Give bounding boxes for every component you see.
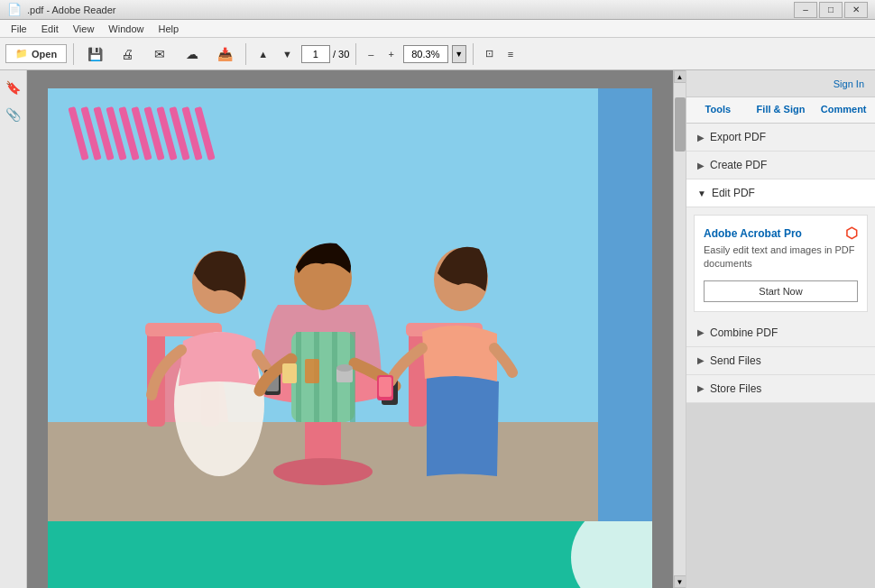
store-files-item[interactable]: ▶ Store Files <box>686 375 875 403</box>
expand-arrow-create: ▶ <box>697 161 705 170</box>
next-page-button[interactable]: ▼ <box>277 41 298 67</box>
upload-button[interactable]: ☁ <box>178 41 207 67</box>
svg-rect-25 <box>305 359 319 383</box>
fit-page-button[interactable]: ⊡ <box>480 41 499 67</box>
tab-tools[interactable]: Tools <box>686 97 750 123</box>
print-icon: 🖨 <box>118 45 136 63</box>
prev-icon: ▲ <box>258 49 268 60</box>
close-button[interactable]: ✕ <box>844 2 868 18</box>
edit-pdf-label: Edit PDF <box>712 187 755 199</box>
send-files-item[interactable]: ▶ Send Files <box>686 347 875 375</box>
export-pdf-item[interactable]: ▶ Export PDF <box>686 124 875 152</box>
separator-4 <box>473 43 474 65</box>
main-container: 🔖 📎 <box>0 70 875 588</box>
separator-2 <box>245 43 246 65</box>
save-icon: 💾 <box>86 45 104 63</box>
print-button[interactable]: 🖨 <box>113 41 142 67</box>
maximize-button[interactable]: □ <box>819 2 843 18</box>
left-sidebar: 🔖 📎 <box>0 70 27 588</box>
bottom-circle <box>571 521 652 588</box>
prev-page-button[interactable]: ▲ <box>253 41 273 67</box>
zoom-in-icon: + <box>388 49 393 60</box>
email-icon: ✉ <box>151 45 169 63</box>
sign-in-link[interactable]: Sign In <box>834 78 864 89</box>
acrobat-pro-label: Adobe Acrobat Pro <box>704 227 802 240</box>
pdf-right-panel <box>598 88 652 521</box>
separator-3 <box>355 43 356 65</box>
scroll-down-button[interactable]: ▼ <box>674 575 686 588</box>
window-title: .pdf - Adobe Reader <box>27 5 115 15</box>
menu-view[interactable]: View <box>66 22 102 36</box>
pdf-bottom <box>48 521 652 588</box>
open-label: Open <box>32 49 57 60</box>
right-panel: Sign In Tools Fill & Sign Comment ▶ Expo… <box>686 70 875 588</box>
scroll-up-button[interactable]: ▲ <box>674 70 686 83</box>
menu-bar: File Edit View Window Help <box>0 20 875 38</box>
expand-arrow-export: ▶ <box>697 133 705 142</box>
toolbar: 📁 Open 💾 🖨 ✉ ☁ 📥 ▲ ▼ / 30 – + ▼ ⊡ <box>0 38 875 70</box>
cafe-scene <box>48 124 598 521</box>
tab-fill-sign[interactable]: Fill & Sign <box>750 97 813 123</box>
expand-arrow-combine: ▶ <box>697 327 705 337</box>
panel-tabs: Tools Fill & Sign Comment <box>686 97 875 124</box>
zoom-input[interactable] <box>403 45 448 63</box>
download-icon: 📥 <box>216 45 234 63</box>
page-input-group: / 30 <box>301 45 349 63</box>
expand-arrow-send: ▶ <box>697 355 705 365</box>
create-pdf-label: Create PDF <box>710 159 767 171</box>
open-button[interactable]: 📁 Open <box>5 44 67 63</box>
zoom-in-button[interactable]: + <box>382 41 399 67</box>
zoom-dropdown-button[interactable]: ▼ <box>452 45 466 63</box>
pdf-page <box>48 88 652 588</box>
bookmark-icon[interactable]: 🔖 <box>4 78 23 97</box>
menu-window[interactable]: Window <box>101 22 151 36</box>
acrobat-icon: ⬡ <box>845 225 858 242</box>
edit-pdf-description: Easily edit text and images in PDF docum… <box>704 243 858 271</box>
expand-arrow-store: ▶ <box>697 383 705 393</box>
menu-edit[interactable]: Edit <box>34 22 66 36</box>
export-pdf-label: Export PDF <box>710 131 766 143</box>
svg-rect-23 <box>379 377 391 397</box>
expand-arrow-edit: ▼ <box>697 188 706 198</box>
svg-point-27 <box>336 364 353 372</box>
more-button[interactable]: ≡ <box>502 41 519 67</box>
attachment-icon[interactable]: 📎 <box>4 105 23 124</box>
title-bar: 📄 .pdf - Adobe Reader – □ ✕ <box>0 0 875 20</box>
fit-icon: ⊡ <box>485 48 493 60</box>
combine-pdf-label: Combine PDF <box>710 326 778 339</box>
edit-pdf-section: Adobe Acrobat Pro ⬡ Easily edit text and… <box>694 215 868 312</box>
menu-file[interactable]: File <box>4 22 34 36</box>
pdf-content: ▲ ▼ <box>27 70 686 588</box>
zoom-out-icon: – <box>368 49 373 60</box>
app-icon: 📄 <box>7 3 22 16</box>
start-now-button[interactable]: Start Now <box>704 280 858 302</box>
total-pages: / 30 <box>333 49 349 60</box>
svg-point-3 <box>273 458 373 485</box>
edit-pdf-title: Adobe Acrobat Pro ⬡ <box>704 225 858 242</box>
page-number-input[interactable] <box>301 45 330 63</box>
svg-rect-24 <box>282 363 297 383</box>
create-pdf-item[interactable]: ▶ Create PDF <box>686 152 875 179</box>
download-button[interactable]: 📥 <box>210 41 239 67</box>
scroll-thumb[interactable] <box>675 97 686 152</box>
next-icon: ▼ <box>282 49 292 60</box>
pdf-viewer-wrapper: ▲ ▼ <box>27 70 686 588</box>
email-button[interactable]: ✉ <box>145 41 174 67</box>
right-panel-header: Sign In <box>686 70 875 97</box>
panel-sections: ▶ Export PDF ▶ Create PDF ▼ Edit PDF Ado… <box>686 124 875 403</box>
folder-icon: 📁 <box>15 48 28 60</box>
store-files-label: Store Files <box>710 382 761 395</box>
edit-pdf-item[interactable]: ▼ Edit PDF <box>686 179 875 207</box>
pdf-background <box>48 88 652 521</box>
zoom-out-button[interactable]: – <box>363 41 379 67</box>
combine-pdf-item[interactable]: ▶ Combine PDF <box>686 319 875 347</box>
send-files-label: Send Files <box>710 354 761 367</box>
more-icon: ≡ <box>508 49 513 60</box>
save-button[interactable]: 💾 <box>80 41 109 67</box>
menu-help[interactable]: Help <box>151 22 186 36</box>
tab-comment[interactable]: Comment <box>812 97 875 123</box>
upload-icon: ☁ <box>183 45 201 63</box>
minimize-button[interactable]: – <box>794 2 817 18</box>
vertical-scrollbar: ▲ ▼ <box>673 70 686 588</box>
separator-1 <box>73 43 74 65</box>
